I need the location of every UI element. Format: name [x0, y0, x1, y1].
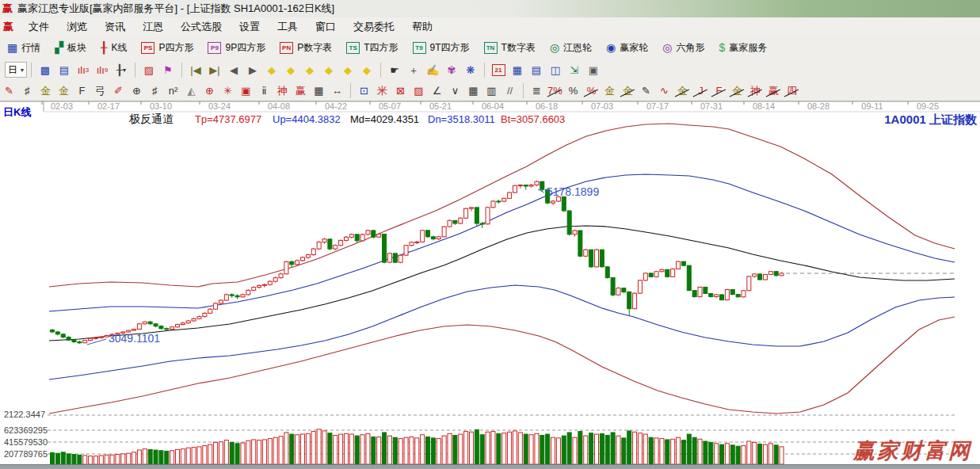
shen-grid-icon[interactable]: 神 [274, 82, 291, 98]
volume-bar [61, 452, 65, 464]
last-page-icon[interactable]: ▶| [206, 62, 223, 78]
mirror-icon[interactable]: ◭ [183, 82, 200, 98]
time-target-icon[interactable]: ⊕ [128, 82, 145, 98]
bars-3-icon[interactable]: ılı3 [74, 62, 92, 78]
p-square-button[interactable]: PSP四方形 [134, 40, 200, 56]
candle-style-caret-icon[interactable]: ▾ [123, 65, 126, 75]
prev-icon[interactable]: ◀ [225, 62, 242, 78]
gann-flower-icon[interactable]: ✾ [443, 62, 460, 78]
hand-drag-icon[interactable]: ☛ [386, 62, 403, 78]
wave-tool-icon[interactable]: ∿ [656, 82, 673, 98]
diamond-cross-icon[interactable]: ◆ [320, 62, 337, 78]
dense-grid-icon[interactable]: ▦ [465, 82, 482, 98]
hexagon-button[interactable]: ◎六角形 [655, 40, 711, 56]
volume-profile-icon[interactable]: ⚑ [159, 62, 177, 78]
gold-line-icon[interactable]: 金 [620, 82, 636, 98]
sectors-button[interactable]: ▞板块 [48, 40, 93, 56]
p-number-table-button[interactable]: PNP数字表 [273, 40, 339, 56]
compass-red-icon[interactable]: ⊕ [201, 82, 218, 98]
ying-angle-icon[interactable]: 赢 [765, 82, 782, 98]
gold-grid-2-icon[interactable]: 金 [55, 82, 72, 98]
si-angle-icon[interactable]: 四 [784, 82, 800, 98]
box-tool-icon[interactable]: ⊡ [356, 82, 372, 98]
menu-item-7[interactable]: 窗口 [307, 18, 345, 36]
f-angle-icon[interactable]: F [711, 82, 727, 98]
gold-level-icon[interactable]: 金 [674, 82, 691, 98]
9t-square-button[interactable]: T99T四方形 [406, 40, 477, 56]
gold-angle-icon[interactable]: 金 [729, 82, 745, 98]
percent-line-icon[interactable]: % [583, 82, 600, 98]
bars-9-icon[interactable]: ılı9 [93, 62, 111, 78]
t-number-table-button[interactable]: TNT数字表 [477, 40, 543, 56]
save-icon[interactable]: ◫ [547, 62, 564, 78]
seven-percent-icon[interactable]: 7% [547, 82, 563, 98]
next-icon[interactable]: ▶ [244, 62, 261, 78]
grid-123-icon[interactable]: ▦ [311, 82, 327, 98]
annotate-pen-icon[interactable]: ✍ [424, 62, 441, 78]
column-grid-icon[interactable]: ▥ [483, 82, 500, 98]
menu-item-6[interactable]: 工具 [269, 18, 307, 36]
period-caret-icon[interactable]: ▾ [21, 67, 24, 74]
erase-pen-icon[interactable]: ✐ [110, 82, 127, 98]
ying-grid-icon[interactable]: 赢 [292, 82, 309, 98]
first-page-icon[interactable]: |◀ [187, 62, 204, 78]
crosshair-icon[interactable]: ＋ [405, 62, 422, 78]
calculator-icon[interactable]: ▦ [509, 62, 526, 78]
gold-circle-icon[interactable]: 金 [601, 82, 618, 98]
menu-item-3[interactable]: 江恩 [134, 18, 172, 36]
export-icon[interactable]: ⇲ [566, 62, 583, 78]
calendar-icon[interactable]: 21 [490, 62, 507, 78]
gann-wheel-button[interactable]: ◎江恩轮 [543, 40, 599, 56]
winner-service-button[interactable]: $赢家服务 [712, 40, 775, 56]
smart-analyze-icon[interactable]: ❋ [462, 62, 479, 78]
period-selector[interactable]: 日▾ [5, 62, 27, 78]
angle-tool-icon[interactable]: ∠ [429, 82, 445, 98]
9p-square-button[interactable]: P99P四方形 [200, 40, 273, 56]
kline-chart[interactable]: 02-0302-1703-1003-2404-0804-2205-0705-21… [0, 101, 980, 464]
span-arrows-icon[interactable]: ↔ [329, 82, 345, 98]
menu-item-1[interactable]: 浏览 [58, 18, 96, 36]
bar-pattern-icon[interactable]: ⅱ [256, 82, 273, 98]
diamond-right-icon[interactable]: ◆ [282, 62, 299, 78]
winner-wheel-button[interactable]: ◉赢家轮 [599, 40, 655, 56]
diamond-horizontal-icon[interactable]: ◆ [301, 62, 318, 78]
diamond-vertical-icon[interactable]: ◆ [339, 62, 357, 78]
info-panel-icon[interactable]: ▤ [55, 62, 73, 78]
fan-lines-icon[interactable]: 米 [374, 82, 391, 98]
gold-grid-1-icon[interactable]: 金 [37, 82, 54, 98]
f-grid-icon[interactable]: F [74, 82, 90, 98]
hash-grid-icon[interactable]: ♯ [147, 82, 163, 98]
menu-item-4[interactable]: 公式选股 [172, 18, 231, 36]
bar-scale-icon[interactable]: ≣ [528, 82, 545, 98]
menu-item-0[interactable]: 文件 [20, 18, 58, 36]
draw-pen-icon[interactable]: ✎ [1, 82, 17, 98]
title-bar[interactable]: 赢 赢家江恩专业版[赢家内部服务平台] - [上证指数 SH1A0001-162… [0, 0, 980, 18]
k-pattern-icon[interactable]: ▨ [140, 62, 158, 78]
zigzag-icon[interactable]: ∨ [447, 82, 463, 98]
menu-item-9[interactable]: 帮助 [403, 18, 441, 36]
kline-button[interactable]: ╂K线 [93, 40, 134, 56]
bow-grid-icon[interactable]: 弓 [92, 82, 109, 98]
j-angle-icon[interactable]: J [692, 82, 709, 98]
quotes-button[interactable]: ▦行情 [0, 40, 48, 56]
print-icon[interactable]: ▣ [585, 62, 602, 78]
brush-icon[interactable]: ✎ [638, 82, 654, 98]
fan-box-icon[interactable]: ⊠ [392, 82, 409, 98]
diag-lines-icon[interactable]: // [501, 82, 518, 98]
star-grid-icon[interactable]: ✳ [219, 82, 236, 98]
diamond-all-icon[interactable]: ◆ [358, 62, 376, 78]
menu-item-8[interactable]: 交易委托 [345, 18, 403, 36]
shen-angle-icon[interactable]: 神 [747, 82, 764, 98]
window-layout-icon[interactable]: ▩ [36, 62, 54, 78]
percent-icon[interactable]: % [565, 82, 582, 98]
t-square-button[interactable]: TST四方形 [339, 40, 405, 56]
notepad-icon[interactable]: ▤ [528, 62, 545, 78]
box-star-icon[interactable]: ▣ [238, 82, 254, 98]
box-diagonal-icon[interactable]: ▨ [410, 82, 427, 98]
menu-item-5[interactable]: 设置 [231, 18, 269, 36]
n-squared-icon[interactable]: n² [165, 82, 181, 98]
candle-style-icon[interactable]: ╂▾ [112, 62, 130, 78]
diamond-left-icon[interactable]: ◆ [263, 62, 280, 78]
menu-item-2[interactable]: 资讯 [96, 18, 134, 36]
grid-lines-icon[interactable]: ♯ [19, 82, 36, 98]
